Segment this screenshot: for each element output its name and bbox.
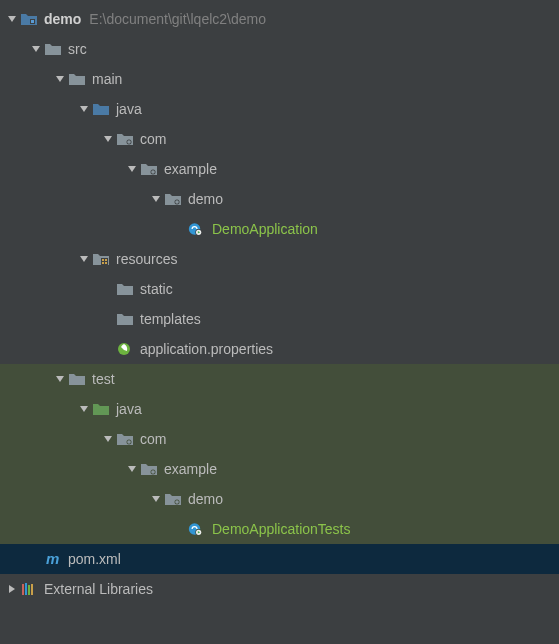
svg-rect-30 [31, 584, 33, 595]
chevron-down-icon[interactable] [76, 251, 92, 267]
tree-row-main-com[interactable]: com [0, 124, 559, 154]
tree-row-main-example[interactable]: example [0, 154, 559, 184]
tree-row-pom[interactable]: m pom.xml [0, 544, 559, 574]
svg-point-5 [151, 170, 155, 174]
node-label: java [116, 401, 142, 417]
resources-folder-icon [92, 250, 110, 268]
node-label: resources [116, 251, 177, 267]
svg-point-22 [175, 500, 179, 504]
node-label: External Libraries [44, 581, 153, 597]
package-icon [164, 490, 182, 508]
package-icon [140, 160, 158, 178]
tree-row-main-java[interactable]: java [0, 94, 559, 124]
svg-rect-27 [22, 584, 24, 595]
test-source-folder-icon [92, 400, 110, 418]
chevron-down-icon[interactable] [52, 371, 68, 387]
tree-row-resources[interactable]: resources [0, 244, 559, 274]
node-label: demo [44, 11, 81, 27]
package-icon [140, 460, 158, 478]
tree-row-demo-application[interactable]: DemoApplication [0, 214, 559, 244]
maven-file-icon: m [44, 550, 62, 568]
chevron-right-icon[interactable] [4, 581, 20, 597]
source-folder-icon [92, 100, 110, 118]
node-path: E:\document\git\lqelc2\demo [89, 11, 266, 27]
tree-row-app-properties[interactable]: application.properties [0, 334, 559, 364]
folder-icon [44, 40, 62, 58]
tree-row-test-demo[interactable]: demo [0, 484, 559, 514]
chevron-down-icon[interactable] [76, 101, 92, 117]
node-label: demo [188, 191, 223, 207]
chevron-down-icon[interactable] [148, 491, 164, 507]
tree-row-main[interactable]: main [0, 64, 559, 94]
chevron-down-icon[interactable] [28, 41, 44, 57]
svg-rect-14 [102, 262, 104, 264]
node-label: java [116, 101, 142, 117]
chevron-down-icon[interactable] [100, 431, 116, 447]
tree-row-test-example[interactable]: example [0, 454, 559, 484]
tree-row-demo-application-tests[interactable]: DemoApplicationTests [0, 514, 559, 544]
tree-row-root[interactable]: demo E:\document\git\lqelc2\demo [0, 4, 559, 34]
tree-row-external-libraries[interactable]: External Libraries [0, 574, 559, 604]
tree-row-test-java[interactable]: java [0, 394, 559, 424]
module-folder-icon [20, 10, 38, 28]
chevron-down-icon[interactable] [52, 71, 68, 87]
tree-row-static[interactable]: static [0, 274, 559, 304]
package-icon [164, 190, 182, 208]
folder-icon [68, 370, 86, 388]
svg-rect-15 [105, 262, 107, 264]
node-label: pom.xml [68, 551, 121, 567]
svg-point-18 [127, 440, 131, 444]
node-label: application.properties [140, 341, 273, 357]
svg-rect-13 [105, 259, 107, 261]
svg-point-20 [151, 470, 155, 474]
spring-run-class-icon [188, 220, 206, 238]
node-label: templates [140, 311, 201, 327]
folder-icon [116, 280, 134, 298]
svg-point-7 [175, 200, 179, 204]
node-label: example [164, 461, 217, 477]
chevron-down-icon[interactable] [148, 191, 164, 207]
tree-row-main-demo[interactable]: demo [0, 184, 559, 214]
node-label: DemoApplicationTests [212, 521, 351, 537]
chevron-down-icon[interactable] [4, 11, 20, 27]
svg-rect-28 [25, 583, 27, 595]
svg-point-3 [127, 140, 131, 144]
tree-row-src[interactable]: src [0, 34, 559, 64]
tree-row-templates[interactable]: templates [0, 304, 559, 334]
package-icon [116, 130, 134, 148]
node-label: com [140, 431, 166, 447]
node-label: com [140, 131, 166, 147]
svg-rect-12 [102, 259, 104, 261]
node-label: test [92, 371, 115, 387]
node-label: static [140, 281, 173, 297]
folder-icon [116, 310, 134, 328]
libraries-icon [20, 580, 38, 598]
node-label: src [68, 41, 87, 57]
chevron-down-icon[interactable] [124, 461, 140, 477]
tree-row-test-com[interactable]: com [0, 424, 559, 454]
chevron-down-icon[interactable] [124, 161, 140, 177]
node-label: DemoApplication [212, 221, 318, 237]
svg-text:m: m [46, 551, 59, 567]
spring-run-class-icon [188, 520, 206, 538]
folder-icon [68, 70, 86, 88]
node-label: main [92, 71, 122, 87]
spring-config-icon [116, 340, 134, 358]
tree-row-test[interactable]: test [0, 364, 559, 394]
project-tree: demo E:\document\git\lqelc2\demo src mai… [0, 0, 559, 604]
node-label: demo [188, 491, 223, 507]
chevron-down-icon[interactable] [76, 401, 92, 417]
chevron-down-icon[interactable] [100, 131, 116, 147]
svg-rect-29 [28, 585, 30, 595]
svg-rect-1 [31, 20, 34, 23]
package-icon [116, 430, 134, 448]
node-label: example [164, 161, 217, 177]
